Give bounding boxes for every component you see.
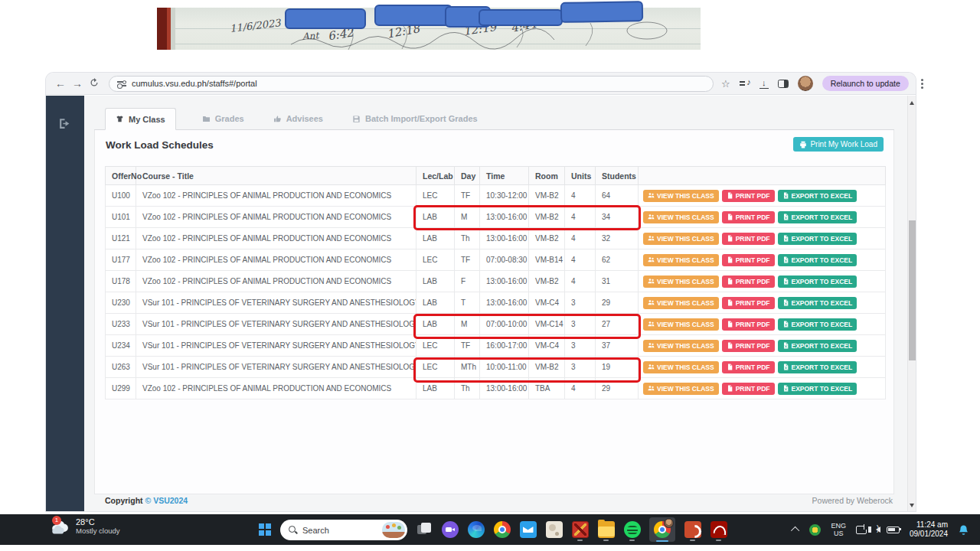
print-pdf-button[interactable]: PRINT PDF	[722, 233, 775, 245]
relaunch-to-update-button[interactable]: Relaunch to update	[822, 76, 909, 91]
button-label: EXPORT TO EXCEL	[792, 321, 853, 328]
print-pdf-button[interactable]: PRINT PDF	[722, 211, 775, 223]
chrome-icon[interactable]	[493, 518, 511, 541]
game-red-icon[interactable]	[571, 518, 589, 541]
spotify-icon[interactable]	[623, 518, 641, 541]
print-pdf-button[interactable]: PRINT PDF	[722, 340, 775, 352]
scrollbar-thumb[interactable]	[909, 220, 916, 360]
view-this-class-button[interactable]: VIEW THIS CLASS	[643, 233, 719, 245]
view-this-class-button[interactable]: VIEW THIS CLASS	[643, 276, 719, 288]
left-sidebar	[46, 96, 84, 511]
cell-offer: U101	[106, 207, 136, 228]
media-controls-icon[interactable]	[740, 79, 750, 88]
export-to-excel-button[interactable]: EXPORT TO EXCEL	[778, 297, 858, 309]
download-icon[interactable]: ↓	[760, 79, 769, 89]
view-this-class-button[interactable]: VIEW THIS CLASS	[643, 383, 719, 395]
table-row: U178VZoo 102 - PRINCIPLES OF ANIMAL PROD…	[106, 271, 886, 292]
export-to-excel-button[interactable]: EXPORT TO EXCEL	[778, 190, 858, 202]
print-pdf-button[interactable]: PRINT PDF	[722, 383, 775, 395]
print-pdf-button[interactable]: PRINT PDF	[722, 190, 775, 202]
back-icon[interactable]: ←	[52, 77, 69, 90]
view-this-class-button[interactable]: VIEW THIS CLASS	[643, 340, 719, 352]
tab-grades[interactable]: Grades	[199, 108, 247, 129]
button-label: VIEW THIS CLASS	[657, 278, 714, 285]
scrollbar-down-arrow[interactable]	[910, 504, 914, 507]
print-pdf-button[interactable]: PRINT PDF	[722, 361, 775, 373]
export-to-excel-button[interactable]: EXPORT TO EXCEL	[778, 276, 858, 288]
page-scrollbar[interactable]	[907, 96, 916, 511]
mail-icon[interactable]	[519, 518, 537, 541]
hidden-icons-chevron[interactable]	[791, 527, 799, 535]
antivirus-tray-icon[interactable]	[809, 524, 821, 536]
workload-table: OfferNoCourse - TitleLec/LabDayTimeRoomU…	[105, 166, 885, 399]
export-to-excel-button[interactable]: EXPORT TO EXCEL	[778, 361, 858, 373]
view-this-class-button[interactable]: VIEW THIS CLASS	[643, 190, 719, 202]
chrome-profile-icon[interactable]	[649, 517, 675, 542]
tab-my-class[interactable]: My Class	[105, 108, 176, 130]
cell-day: TF	[455, 249, 480, 271]
tab-batch-import-export-grades[interactable]: Batch Import/Export Grades	[349, 108, 481, 129]
print-pdf-button[interactable]: PRINT PDF	[722, 276, 775, 288]
view-this-class-button[interactable]: VIEW THIS CLASS	[643, 211, 719, 223]
pdf-file-icon	[727, 192, 733, 199]
forward-icon[interactable]: →	[69, 77, 86, 90]
print-pdf-button[interactable]: PRINT PDF	[722, 318, 775, 331]
notification-bell-icon[interactable]	[958, 524, 969, 536]
weather-widget[interactable]: 1 28°C Mostly cloudy	[51, 517, 120, 535]
users-icon	[648, 299, 655, 306]
profile-avatar[interactable]	[798, 76, 813, 91]
copyright-text: Copyright © VSU2024	[105, 496, 188, 505]
cell-day: M	[455, 207, 480, 228]
cell-offer: U233	[106, 314, 136, 335]
export-to-excel-button[interactable]: EXPORT TO EXCEL	[778, 254, 858, 266]
table-row: U100VZoo 102 - PRINCIPLES OF ANIMAL PROD…	[106, 185, 886, 207]
export-to-excel-button[interactable]: EXPORT TO EXCEL	[778, 318, 858, 331]
system-icons[interactable]	[856, 526, 900, 534]
view-this-class-button[interactable]: VIEW THIS CLASS	[643, 361, 719, 373]
reload-icon[interactable]	[86, 77, 103, 90]
address-bar[interactable]: cumulus.vsu.edu.ph/staffs#/portal	[109, 76, 714, 92]
scrollbar-up-arrow[interactable]	[910, 101, 914, 105]
print-my-workload-button[interactable]: Print My Work Load	[793, 137, 884, 152]
side-panel-icon[interactable]	[778, 80, 789, 88]
clock[interactable]: 11:24 am 09/01/2024	[910, 520, 948, 540]
game-light-icon[interactable]	[545, 518, 563, 541]
volume-icon	[876, 527, 880, 533]
excel-file-icon	[782, 299, 789, 306]
taskbar-search[interactable]: Search	[280, 520, 407, 540]
export-to-excel-button[interactable]: EXPORT TO EXCEL	[778, 233, 858, 245]
print-pdf-button[interactable]: PRINT PDF	[722, 297, 775, 309]
task-view-icon[interactable]	[415, 518, 433, 541]
vsu-link[interactable]: © VSU2024	[145, 496, 188, 505]
language-indicator[interactable]: ENG US	[831, 522, 846, 538]
clipchamp-icon[interactable]	[441, 518, 459, 541]
cell-room: VM-B2	[529, 207, 565, 228]
site-settings-icon[interactable]	[117, 80, 126, 87]
view-this-class-button[interactable]: VIEW THIS CLASS	[643, 297, 719, 309]
export-to-excel-button[interactable]: EXPORT TO EXCEL	[778, 340, 858, 352]
print-pdf-button[interactable]: PRINT PDF	[722, 254, 775, 266]
cell-time: 13:00-16:00	[480, 228, 529, 249]
menu-dots-icon[interactable]	[921, 83, 923, 85]
pdf-file-icon	[727, 235, 733, 242]
view-this-class-button[interactable]: VIEW THIS CLASS	[643, 254, 719, 266]
cell-offer: U178	[106, 271, 136, 292]
start-button[interactable]	[259, 523, 271, 536]
export-to-excel-button[interactable]: EXPORT TO EXCEL	[778, 383, 858, 395]
bing-daily-image[interactable]	[382, 522, 405, 538]
cell-students: 62	[596, 249, 639, 271]
cell-students: 34	[596, 207, 639, 228]
column-header	[639, 167, 886, 185]
edge-icon[interactable]	[467, 518, 485, 541]
sign-out-icon[interactable]	[58, 117, 71, 130]
bookmark-star-icon[interactable]: ☆	[721, 78, 730, 90]
file-explorer-icon[interactable]	[597, 518, 615, 541]
acrobat-icon[interactable]	[710, 518, 727, 541]
powerpoint-icon[interactable]	[684, 518, 701, 541]
view-this-class-button[interactable]: VIEW THIS CLASS	[643, 318, 719, 331]
export-to-excel-button[interactable]: EXPORT TO EXCEL	[778, 211, 858, 223]
button-label: PRINT PDF	[736, 321, 770, 328]
tab-advisees[interactable]: Advisees	[270, 108, 326, 129]
column-header: Course - Title	[136, 167, 416, 185]
table-row: U263VSur 101 - PRINCIPLES OF VETERINARY …	[106, 357, 886, 378]
